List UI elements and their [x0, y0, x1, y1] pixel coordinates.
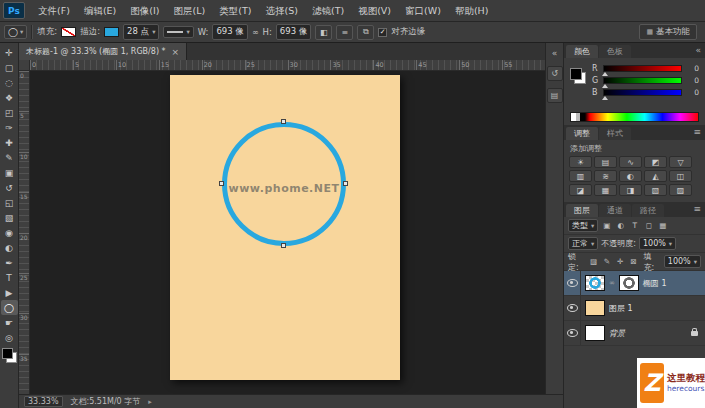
menu-layer[interactable]: 图层(L) [167, 0, 213, 21]
path-operations-button[interactable]: ◧ [315, 25, 332, 40]
visibility-toggle[interactable] [564, 296, 581, 320]
stroke-swatch[interactable] [104, 27, 119, 37]
panel-menu-icon[interactable]: ≡ [693, 127, 701, 137]
layer-row-ellipse-1[interactable]: ∞ 椭圆 1 [564, 271, 705, 296]
tab-swatches[interactable]: 色板 [599, 45, 631, 58]
layer-thumbnail[interactable] [585, 300, 605, 316]
expand-dock-icon[interactable]: « [548, 46, 562, 59]
menu-type[interactable]: 类型(T) [212, 0, 258, 21]
tool-move[interactable]: ✛ [1, 45, 18, 60]
tab-paths[interactable]: 路径 [632, 204, 664, 217]
red-slider[interactable] [603, 65, 682, 72]
selective-color-icon[interactable]: ▨ [669, 184, 692, 196]
tool-path-selection[interactable]: ▶ [1, 285, 18, 300]
tool-blur[interactable]: ◉ [1, 225, 18, 240]
tab-color[interactable]: 颜色 [566, 45, 598, 58]
green-slider[interactable] [603, 77, 682, 84]
fill-dropdown[interactable]: 100% ▾ [664, 255, 701, 268]
menu-edit[interactable]: 编辑(E) [77, 0, 123, 21]
filter-pixel-layers-icon[interactable]: ▣ [601, 220, 612, 231]
tool-zoom[interactable]: ◎ [1, 330, 18, 345]
invert-icon[interactable]: ◪ [569, 184, 592, 196]
color-panel-swatches[interactable] [570, 68, 586, 84]
layer-name[interactable]: 椭圆 1 [643, 278, 667, 289]
exposure-icon[interactable]: ◩ [644, 156, 667, 168]
tool-rectangular-marquee[interactable]: ▢ [1, 60, 18, 75]
filter-smart-objects-icon[interactable]: ▦ [657, 220, 668, 231]
stroke-width-field[interactable]: 28 点 ▾ [123, 24, 159, 40]
menu-help[interactable]: 帮助(H) [448, 0, 496, 21]
workspace-switcher[interactable]: ▦ 基本功能 [639, 24, 697, 40]
tool-clone-stamp[interactable]: ▣ [1, 165, 18, 180]
vector-mask-thumbnail[interactable] [619, 275, 639, 291]
tool-pen[interactable]: ✒ [1, 255, 18, 270]
curves-icon[interactable]: ∿ [619, 156, 642, 168]
tab-adjustments[interactable]: 调整 [566, 127, 598, 140]
menu-window[interactable]: 窗口(W) [398, 0, 448, 21]
tool-history-brush[interactable]: ↺ [1, 180, 18, 195]
visibility-toggle[interactable] [564, 321, 581, 345]
anchor-point-bottom[interactable] [281, 243, 286, 248]
link-dimensions-icon[interactable]: ∞ [252, 28, 259, 37]
gradient-map-icon[interactable]: ▧ [644, 184, 667, 196]
blend-mode-dropdown[interactable]: 正常 ▾ [568, 237, 598, 250]
photoshop-logo[interactable]: Ps [3, 2, 25, 19]
layer-name[interactable]: 背景 [609, 328, 625, 339]
path-alignment-button[interactable]: ≡ [336, 25, 353, 40]
layer-thumbnail[interactable] [585, 325, 605, 341]
opacity-dropdown[interactable]: 100% ▾ [639, 237, 676, 250]
zoom-level-field[interactable]: 33.33% [24, 396, 63, 407]
layer-row-background[interactable]: 背景 [564, 321, 705, 346]
foreground-color-swatch[interactable] [2, 348, 13, 359]
canvas-viewport[interactable]: www.phome.NET [30, 71, 545, 394]
close-tab-icon[interactable]: × [172, 47, 180, 57]
tool-gradient[interactable]: ▧ [1, 210, 18, 225]
tool-crop[interactable]: ◰ [1, 105, 18, 120]
levels-icon[interactable]: ▤ [594, 156, 617, 168]
lock-transparent-pixels-icon[interactable]: ▨ [588, 256, 598, 267]
anchor-point-right[interactable] [343, 181, 348, 186]
path-arrangement-button[interactable]: ⧉ [357, 25, 374, 40]
history-panel-icon[interactable]: ↺ [547, 66, 563, 81]
channel-mixer-icon[interactable]: ◫ [669, 170, 692, 182]
tool-preset-picker[interactable]: ◯ ▾ [4, 25, 27, 39]
anchor-point-left[interactable] [219, 181, 224, 186]
foreground-background-swatches[interactable] [2, 348, 17, 363]
filter-adjustment-layers-icon[interactable]: ◐ [615, 220, 626, 231]
hue-saturation-icon[interactable]: ▥ [569, 170, 592, 182]
threshold-icon[interactable]: ◨ [619, 184, 642, 196]
foreground-color-swatch[interactable] [570, 68, 582, 80]
layer-kind-dropdown[interactable]: 类型 ▾ [568, 219, 598, 232]
panel-menu-icon[interactable]: ≡ [693, 204, 701, 214]
tool-spot-healing-brush[interactable]: ✚ [1, 135, 18, 150]
tool-dodge[interactable]: ◐ [1, 240, 18, 255]
menu-image[interactable]: 图像(I) [123, 0, 166, 21]
tab-layers[interactable]: 图层 [566, 204, 598, 217]
status-info-arrow-icon[interactable]: ▸ [148, 398, 152, 406]
visibility-toggle[interactable] [564, 271, 581, 295]
tool-hand[interactable]: ☛ [1, 315, 18, 330]
layer-name[interactable]: 图层 1 [609, 303, 633, 314]
menu-select[interactable]: 选择(S) [258, 0, 304, 21]
properties-panel-icon[interactable]: ▤ [547, 88, 563, 103]
tab-channels[interactable]: 通道 [599, 204, 631, 217]
vibrance-icon[interactable]: ▽ [669, 156, 692, 168]
color-balance-icon[interactable]: ≋ [594, 170, 617, 182]
tool-ellipse-shape[interactable]: ◯ [1, 300, 18, 315]
ruler-origin-corner[interactable] [19, 60, 30, 71]
color-spectrum-ramp[interactable] [570, 112, 699, 122]
tab-styles[interactable]: 样式 [599, 127, 631, 140]
lock-image-pixels-icon[interactable]: ✎ [602, 256, 612, 267]
posterize-icon[interactable]: ▦ [594, 184, 617, 196]
slider-handle[interactable] [602, 84, 608, 88]
align-edges-checkbox[interactable]: ✓ [378, 28, 387, 37]
tool-eyedropper[interactable]: ✑ [1, 120, 18, 135]
layer-thumbnail[interactable] [585, 275, 605, 291]
shape-height-field[interactable]: 693 像 [276, 24, 311, 40]
document-tab[interactable]: 未标题-1 @ 33.3% (椭圆 1, RGB/8) * × [19, 43, 187, 60]
tool-lasso[interactable]: ◌ [1, 75, 18, 90]
slider-handle[interactable] [602, 96, 608, 100]
canvas-document[interactable]: www.phome.NET [170, 75, 400, 380]
tool-eraser[interactable]: ◱ [1, 195, 18, 210]
brightness-contrast-icon[interactable]: ☀ [569, 156, 592, 168]
